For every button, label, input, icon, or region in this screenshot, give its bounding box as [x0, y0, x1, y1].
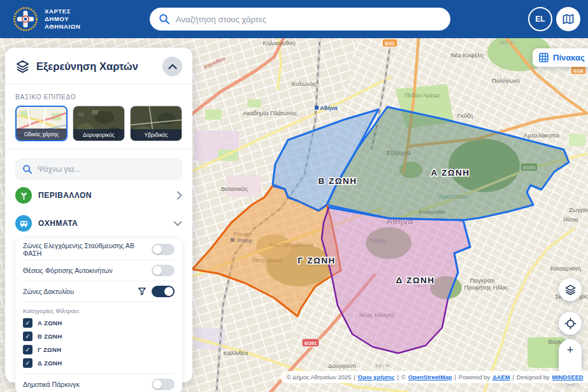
chevron-right-icon	[176, 191, 182, 200]
brand-text: ΧΑΡΤΕΣ ΔΗΜΟΥ ΑΘΗΝΑΙΩΝ	[45, 8, 81, 31]
map-view-button[interactable]	[556, 7, 580, 31]
mindseed-link[interactable]: MINDSEED	[552, 374, 584, 381]
filter-option-label: Γ ΖΩΝΗ	[38, 346, 61, 353]
ev-charging-toggle[interactable]	[152, 265, 175, 276]
category-environment-label: ΠΕΡΙΒΑΛΛΟΝ	[38, 191, 170, 200]
checkbox-checked-icon[interactable]	[23, 332, 32, 341]
search-icon	[159, 13, 170, 25]
panel-title: Εξερεύνηση Χαρτών	[36, 60, 156, 73]
layer-row-ev-charging: Θέσεις Φόρτισης Αυτοκινήτων	[23, 260, 175, 281]
checkbox-checked-icon[interactable]	[23, 345, 32, 354]
filter-categories-block: Κατηγορίες Φίλτρου: Α ΖΩΝΗ Β ΖΩΝΗ Γ ΖΩΝΗ…	[23, 302, 175, 374]
zone-b-label: Β ΖΩΝΗ	[318, 176, 357, 186]
base-layer-label: Δορυφορικός	[73, 129, 124, 141]
ring-zones-toggle[interactable]	[152, 286, 175, 297]
app-header: ΧΑΡΤΕΣ ΔΗΜΟΥ ΑΘΗΝΑΙΩΝ EL	[0, 0, 588, 38]
category-vehicles-label: ΟΧΗΜΑΤΑ	[38, 219, 167, 228]
global-search[interactable]	[150, 8, 450, 31]
layer-row-municipal-parking: Δημοτικά Πάρκινγκ	[23, 374, 175, 392]
filter-categories-label: Κατηγορίες Φίλτρου:	[23, 307, 175, 314]
filter-option-label: Δ ΖΩΝΗ	[38, 360, 62, 367]
category-environment[interactable]: ΠΕΡΙΒΑΛΛΟΝ	[15, 183, 182, 208]
road-shield-label: EO91	[305, 340, 317, 346]
map-place-label: Γκύζη	[457, 112, 473, 119]
global-search-input[interactable]	[176, 15, 441, 24]
chevron-down-icon	[173, 221, 182, 227]
checkbox-checked-icon[interactable]	[23, 358, 32, 368]
filter-option-zone-c[interactable]: Γ ΖΩΝΗ	[23, 345, 175, 354]
plant-icon	[15, 187, 32, 204]
terms-link[interactable]: Όροι χρήσης	[358, 374, 395, 381]
map-place-label: Αμπελόκηποι	[524, 132, 559, 139]
layers-icon	[564, 284, 577, 296]
road-shield-label: EO1	[385, 41, 394, 46]
daem-link[interactable]: ΔΑΕΜ	[492, 374, 510, 381]
map-place-label: Ιλίσια	[564, 216, 578, 223]
base-level-label: ΒΑΣΙΚΟ ΕΠΙΠΕΔΟ	[15, 94, 182, 101]
base-layer-label: Οδικός χάρτης	[17, 129, 66, 140]
map-place-label: Καισαριανή	[550, 265, 581, 272]
map-place-label: Καλλιθέα	[224, 349, 248, 356]
map-place-label: Προφήτης Ηλίας	[464, 284, 508, 291]
panel-collapse-button[interactable]	[162, 57, 182, 76]
table-view-button[interactable]: Πίνακας	[533, 48, 588, 67]
map-place-label: Παγκράτι	[470, 277, 495, 284]
vehicle-layers-card: Ζώνες Ελεγχόμενης Σταύθμευσης ΑΒ ΦΑΣΗ Θέ…	[15, 239, 182, 392]
panel-search[interactable]	[15, 158, 182, 180]
municipal-parking-toggle[interactable]	[152, 379, 175, 390]
station-label: Αθήνα	[320, 105, 338, 111]
map-layers-button[interactable]	[559, 278, 582, 301]
map-place-label: Ακαδημία Πλάτωνος	[243, 109, 298, 116]
base-layer-road[interactable]: Οδικός χάρτης	[15, 106, 68, 141]
base-layer-satellite[interactable]: Δορυφορικός	[73, 106, 125, 141]
checkbox-checked-icon[interactable]	[23, 318, 32, 328]
crosshair-locate-icon	[564, 318, 577, 330]
table-grid-icon	[539, 53, 549, 62]
chevron-up-icon	[168, 64, 177, 69]
search-icon	[22, 164, 32, 174]
layer-label: Ζώνες Δακτυλίου	[23, 288, 133, 295]
language-button[interactable]: EL	[528, 7, 552, 31]
base-layer-selector: Οδικός χάρτης Δορυφορικός Υβριδικός	[15, 106, 182, 141]
zone-d-label: Δ ΖΩΝΗ	[396, 276, 434, 285]
table-view-label: Πίνακας	[553, 53, 585, 62]
layer-label: Θέσεις Φόρτισης Αυτοκινήτων	[23, 267, 147, 274]
layer-label: Ζώνες Ελεγχόμενης Σταύθμευσης ΑΒ ΦΑΣΗ	[23, 242, 147, 257]
category-vehicles[interactable]: ΟΧΗΜΑΤΑ	[15, 211, 182, 236]
filter-option-label: Β ΖΩΝΗ	[38, 333, 62, 340]
filter-option-zone-b[interactable]: Β ΖΩΝΗ	[23, 332, 175, 341]
filter-funnel-icon[interactable]	[138, 287, 147, 296]
map-place-label: Πολύγωνο	[492, 77, 520, 84]
vehicle-icon	[15, 215, 32, 232]
zone-c-label: Γ ΖΩΝΗ	[298, 256, 335, 265]
osm-link[interactable]: OpenStreetMap	[408, 374, 452, 381]
divider	[5, 84, 192, 85]
divider	[5, 149, 192, 150]
controlled-parking-toggle[interactable]	[152, 244, 175, 255]
station-marker	[315, 106, 319, 109]
road-shield-label: EO8	[573, 68, 583, 74]
map-place-label: Βοτανικός	[221, 185, 248, 192]
folded-map-icon	[562, 13, 575, 25]
map-place-label: Ζωγράφου	[569, 206, 588, 213]
athens-municipality-logo	[13, 6, 38, 32]
base-layer-label: Υβριδικός	[131, 129, 182, 141]
map-attribution: © Δήμος Αθηναίων 2025 | Όροι χρήσης | © …	[280, 371, 588, 383]
explore-maps-panel: Εξερεύνηση Χαρτών ΒΑΣΙΚΟ ΕΠΙΠΕΔΟ Οδικός …	[5, 48, 192, 382]
base-layer-hybrid[interactable]: Υβριδικός	[130, 106, 182, 141]
map-place-label: Κολωνός	[292, 80, 316, 87]
layers-icon	[15, 59, 30, 74]
filter-option-zone-a[interactable]: Α ΖΩΝΗ	[23, 318, 175, 328]
locate-me-button[interactable]	[559, 312, 582, 335]
map-place-label: Νέα Κυψέλη	[450, 52, 484, 59]
brand: ΧΑΡΤΕΣ ΔΗΜΟΥ ΑΘΗΝΑΙΩΝ	[13, 6, 81, 32]
elevation-label: 321 m	[499, 39, 514, 45]
panel-search-input[interactable]	[38, 165, 175, 174]
filter-option-label: Α ΖΩΝΗ	[38, 319, 62, 326]
map-park-label: Πεδίον Άρεως	[405, 92, 440, 99]
zoom-in-button[interactable]: +	[559, 339, 582, 361]
map-place-label: Κολοκυνθού	[262, 39, 296, 46]
copyright-text: © Δήμος Αθηναίων 2025	[287, 374, 351, 381]
filter-option-zone-d[interactable]: Δ ΖΩΝΗ	[23, 358, 175, 368]
layer-row-controlled-parking: Ζώνες Ελεγχόμενης Σταύθμευσης ΑΒ ΦΑΣΗ	[23, 239, 175, 260]
